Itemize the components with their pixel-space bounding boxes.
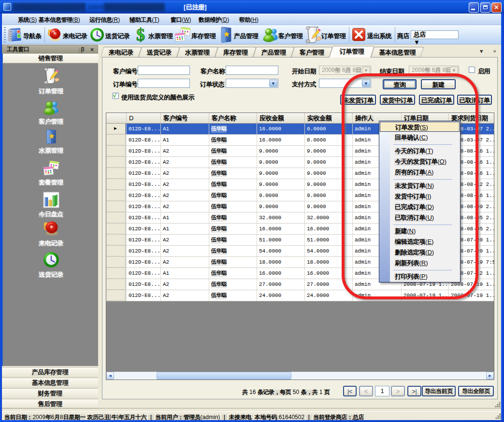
svg-text:$: $ (136, 26, 145, 44)
